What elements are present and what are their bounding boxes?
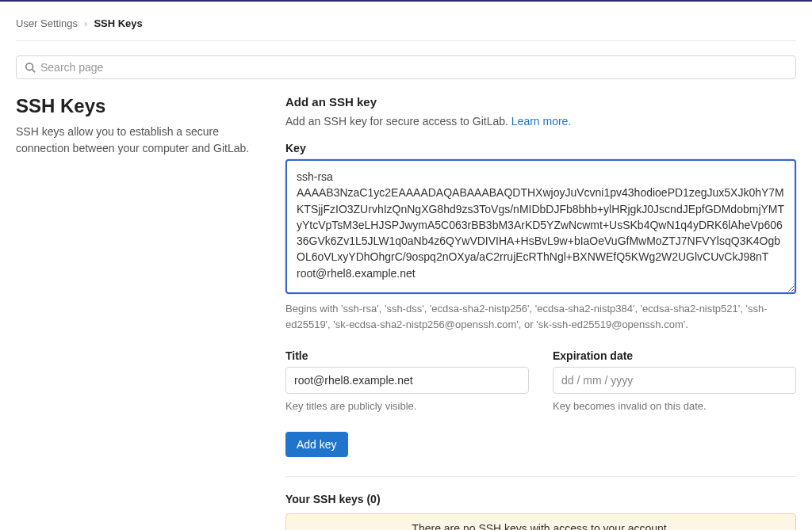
- add-key-button[interactable]: Add key: [285, 432, 348, 457]
- right-column: Add an SSH key Add an SSH key for secure…: [285, 95, 796, 530]
- search-input-wrapper[interactable]: [16, 55, 796, 79]
- add-ssh-key-subtext: Add an SSH key for secure access to GitL…: [285, 115, 796, 128]
- expiration-input[interactable]: [553, 367, 796, 394]
- title-field: Title Key titles are publicly visible.: [285, 349, 529, 414]
- title-input[interactable]: [285, 367, 529, 394]
- title-helper-text: Key titles are publicly visible.: [285, 398, 529, 414]
- page-description: SSH keys allow you to establish a secure…: [16, 124, 270, 157]
- breadcrumb: User Settings › SSH Keys: [16, 13, 796, 41]
- expiration-helper-text: Key becomes invalid on this date.: [553, 398, 796, 414]
- section-divider: [285, 476, 796, 477]
- breadcrumb-separator: ›: [84, 17, 87, 29]
- breadcrumb-current: SSH Keys: [94, 17, 142, 29]
- key-helper-text: Begins with 'ssh-rsa', 'ssh-dss', 'ecdsa…: [285, 301, 796, 332]
- search-input[interactable]: [40, 61, 787, 74]
- learn-more-link[interactable]: Learn more.: [511, 115, 571, 128]
- expiration-label: Expiration date: [553, 349, 796, 362]
- top-border: [0, 0, 812, 2]
- expiration-field: Expiration date Key becomes invalid on t…: [553, 349, 796, 414]
- add-ssh-key-heading: Add an SSH key: [285, 95, 796, 109]
- search-section: [16, 55, 796, 79]
- title-label: Title: [285, 349, 529, 362]
- no-keys-banner: There are no SSH keys with access to you…: [285, 513, 796, 531]
- page-title: SSH Keys: [16, 95, 270, 117]
- key-label: Key: [285, 142, 796, 154]
- svg-line-1: [33, 70, 36, 73]
- key-textarea[interactable]: ssh-rsa AAAAB3NzaC1yc2EAAAADAQABAAABAQDT…: [285, 159, 796, 294]
- svg-point-0: [26, 63, 33, 71]
- breadcrumb-parent[interactable]: User Settings: [16, 17, 78, 29]
- your-ssh-keys-heading: Your SSH keys (0): [285, 493, 796, 505]
- left-column: SSH Keys SSH keys allow you to establish…: [16, 95, 270, 530]
- add-ssh-key-subtext-text: Add an SSH key for secure access to GitL…: [285, 115, 511, 128]
- search-icon: [25, 62, 36, 73]
